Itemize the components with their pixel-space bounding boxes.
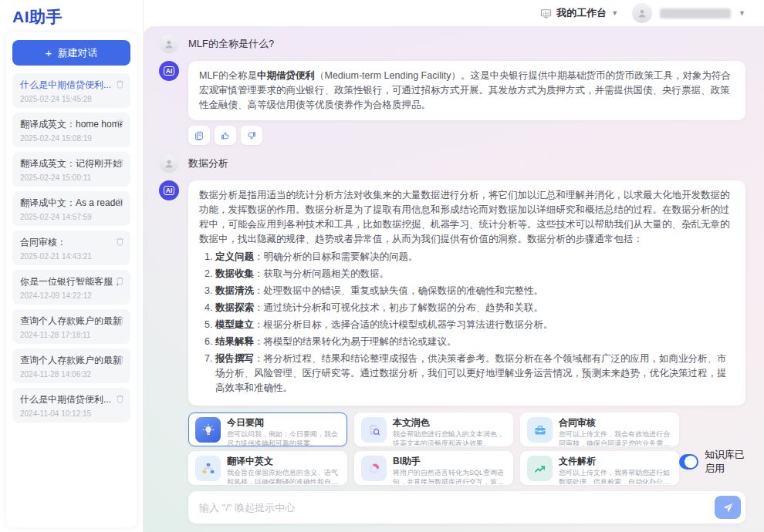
sidebar: AI助手 + 新建对话 什么是中期借贷便利... 2025-02-24 15:4… (0, 0, 144, 532)
analysis-steps-list: 定义问题：明确分析的目标和需要解决的问题。 数据收集：获取与分析问题相关的数据。… (199, 250, 735, 396)
conversation-title: 什么是中期借贷便利... (20, 79, 122, 92)
conversation-item[interactable]: 翻译成英文：记得刚开始... 2025-02-24 15:00:11 (12, 152, 130, 187)
ai-message-intro: 数据分析是指用适当的统计分析方法对收集来的大量数据进行分析，将它们加以汇总和理解… (199, 188, 735, 247)
feature-desc: 您可以上传文件，我会有效地进行合同审核，确保合同满足您的业务需求。 (559, 430, 672, 446)
delete-conversation-icon[interactable] (115, 315, 125, 325)
chat-area: MLF的全称是什么? AI MLF的全称是中期借贷便利（Medium-term … (144, 26, 764, 532)
person-icon (636, 7, 648, 19)
feature-desc: 我会旨在保留原始信息的含义、语气和风格，以确保翻译的准确性和自然流畅。 (227, 469, 340, 485)
ai-avatar: AI (159, 61, 179, 81)
delete-conversation-icon[interactable] (115, 197, 125, 207)
lightbulb-icon (201, 423, 215, 437)
feature-cards-grid: 今日要闻 您可以问我，例如：今日要闻，我会尽力提供准确和可靠的答案。 本文润色 … (188, 412, 679, 485)
main-column: 我的工作台 ▼ ▼ MLF的全称是什么? AI (144, 0, 764, 532)
feature-desc: 您可以上传文件，我将帮助您进行如数据处理、信息检索、自动化办公等。 (559, 469, 672, 485)
conversation-title: 你是一位银行智能客服，... (20, 275, 122, 288)
feature-title: 本文润色 (393, 417, 506, 429)
feature-card-text-polish[interactable]: 本文润色 我会帮助您进行您输入的文本润色，提高文本的流畅度和表达效果。 (354, 412, 513, 446)
conversation-item[interactable]: 你是一位银行智能客服，... 2024-12-09 14:22:12 (12, 270, 130, 305)
message-input[interactable] (199, 502, 715, 513)
conversation-time: 2024-11-28 14:06:32 (20, 370, 123, 379)
feature-desc: 将用户的自然语言转化为SQL查询语句，并直接与数据库进行交互，返回智能推荐的图表… (393, 469, 506, 485)
plus-icon: + (46, 46, 52, 59)
feature-desc: 我会帮助您进行您输入的文本润色，提高文本的流畅度和表达效果。 (393, 430, 506, 446)
app-logo: AI助手 (0, 0, 143, 31)
chevron-down-icon[interactable]: ▼ (739, 9, 745, 17)
send-button[interactable] (715, 496, 741, 519)
feature-card-bi-assistant[interactable]: BI助手 将用户的自然语言转化为SQL查询语句，并直接与数据库进行交互，返回智能… (354, 451, 513, 485)
delete-conversation-icon[interactable] (115, 119, 125, 129)
thumbs-down-button[interactable] (241, 126, 262, 145)
app-window: AI助手 + 新建对话 什么是中期借贷便利... 2025-02-24 15:4… (0, 0, 764, 532)
user-avatar[interactable] (632, 3, 652, 23)
conversation-title: 翻译成英文：home home (20, 118, 122, 131)
list-item: 数据收集：获取与分析问题相关的数据。 (215, 267, 735, 281)
list-item: 定义问题：明确分析的目标和需要解决的问题。 (215, 250, 735, 264)
ai-message-bold-text: 中期借贷便利 (257, 70, 315, 81)
list-item: 结果解释：将模型的结果转化为易于理解的结论或建议。 (215, 335, 735, 349)
chevron-down-icon: ▼ (611, 9, 618, 17)
thumbs-up-button[interactable] (215, 126, 236, 145)
feature-title: BI助手 (393, 456, 506, 467)
conversation-time: 2025-02-24 15:08:19 (20, 134, 123, 143)
thumbs-down-icon (246, 130, 257, 141)
conversation-title: 什么是中期借贷便利... (20, 393, 122, 406)
feature-title: 文件解析 (559, 456, 672, 467)
conversation-time: 2024-11-04 10:12:15 (20, 409, 123, 418)
new-chat-button[interactable]: + 新建对话 (12, 40, 130, 66)
copy-button[interactable] (188, 126, 210, 145)
feature-title: 今日要闻 (227, 417, 340, 429)
conversation-item[interactable]: 翻译成英文：home home 2025-02-24 15:08:19 (12, 113, 130, 147)
feature-card-contract-review[interactable]: 合同审核 您可以上传文件，我会有效地进行合同审核，确保合同满足您的业务需求。 (520, 412, 679, 446)
conversation-time: 2025-02-24 15:45:28 (20, 95, 123, 103)
delete-conversation-icon[interactable] (115, 79, 125, 89)
ai-message-row: AI 数据分析是指用适当的统计分析方法对收集来的大量数据进行分析，将它们加以汇总… (159, 180, 745, 406)
conversation-time: 2025-02-24 14:57:59 (20, 213, 123, 221)
delete-conversation-icon[interactable] (115, 394, 125, 404)
conversation-item[interactable]: 合同审核： 2025-02-21 14:43:21 (12, 231, 130, 265)
conversation-item[interactable]: 什么是中期借贷便利... 2024-11-04 10:12:15 (12, 388, 130, 423)
briefcase-icon (533, 423, 547, 437)
delete-conversation-icon[interactable] (115, 237, 125, 247)
toggle-knob (685, 456, 697, 468)
list-item: 报告撰写：将分析过程、结果和结论整理成报告，供决策者参考。数据分析在各个领域都有… (215, 352, 735, 396)
feature-title: 翻译中英文 (227, 456, 340, 467)
knowledge-base-label: 知识库已启用 (705, 448, 745, 476)
conversation-title: 查询个人存款账户的最新... (20, 354, 122, 367)
user-message-row: MLF的全称是什么? (159, 34, 745, 54)
user-message-avatar (159, 153, 179, 173)
ai-message-text: MLF的全称是 (199, 70, 257, 81)
feature-title: 合同审核 (559, 417, 672, 429)
username-redacted[interactable] (660, 8, 731, 19)
conversation-title: 查询个人存款账户的最新... (20, 315, 122, 328)
list-item: 模型建立：根据分析目标，选择合适的统计模型或机器学习算法进行数据分析。 (215, 318, 735, 332)
delete-conversation-icon[interactable] (115, 276, 125, 286)
conversation-panel: + 新建对话 什么是中期借贷便利... 2025-02-24 15:45:28 … (6, 32, 137, 527)
workspace-label: 我的工作台 (556, 6, 607, 20)
conversation-item[interactable]: 什么是中期借贷便利... 2025-02-24 15:45:28 (12, 73, 130, 108)
copy-icon (194, 130, 205, 141)
delete-conversation-icon[interactable] (115, 158, 125, 168)
person-icon (163, 157, 175, 170)
conversation-item[interactable]: 查询个人存款账户的最新... 2024-11-28 14:06:32 (12, 348, 130, 383)
feature-card-translate[interactable]: 翻译中英文 我会旨在保留原始信息的含义、语气和风格，以确保翻译的准确性和自然流畅… (188, 451, 347, 485)
new-chat-label: 新建对话 (57, 46, 97, 60)
list-item: 数据探索：通过统计分析和可视化技术，初步了解数据的分布、趋势和关联。 (215, 301, 735, 315)
feature-card-file-parsing[interactable]: 文件解析 您可以上传文件，我将帮助您进行如数据处理、信息检索、自动化办公等。 (520, 451, 679, 485)
conversation-title: 翻译成中文：As a reader... (20, 197, 122, 210)
message-actions (188, 126, 745, 145)
conversation-title: 合同审核： (20, 236, 122, 249)
knowledge-base-toggle[interactable] (679, 454, 698, 470)
conversation-item[interactable]: 查询个人存款账户的最新... 2024-11-28 17:18:11 (12, 309, 130, 344)
delete-conversation-icon[interactable] (115, 355, 125, 365)
workspace-menu[interactable]: 我的工作台 ▼ (540, 6, 618, 20)
feature-card-today-news[interactable]: 今日要闻 您可以问我，例如：今日要闻，我会尽力提供准确和可靠的答案。 (188, 412, 347, 446)
person-icon (163, 38, 175, 50)
feature-desc: 您可以问我，例如：今日要闻，我会尽力提供准确和可靠的答案。 (227, 430, 340, 446)
conversation-time: 2024-11-28 17:18:11 (20, 331, 123, 339)
trend-arrow-icon (533, 462, 547, 476)
ai-avatar: AI (159, 180, 179, 200)
conversation-time: 2025-02-24 15:00:11 (20, 173, 123, 182)
conversation-time: 2025-02-21 14:43:21 (20, 252, 123, 261)
conversation-item[interactable]: 翻译成中文：As a reader... 2025-02-24 14:57:59 (12, 191, 130, 226)
